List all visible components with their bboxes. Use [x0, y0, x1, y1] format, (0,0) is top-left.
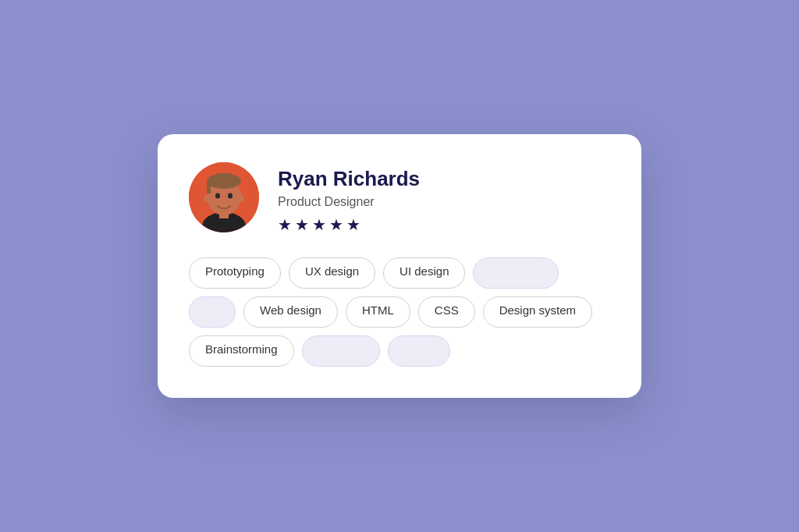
tag-web-design[interactable]: Web design — [243, 296, 338, 328]
svg-rect-5 — [207, 181, 211, 193]
profile-card: Ryan Richards Product Designer ★ ★ ★ ★ ★… — [158, 134, 641, 397]
profile-info: Ryan Richards Product Designer ★ ★ ★ ★ ★ — [278, 162, 420, 233]
svg-point-9 — [238, 194, 244, 202]
avatar — [189, 162, 259, 232]
star-4: ★ — [329, 215, 343, 234]
star-5: ★ — [346, 215, 360, 234]
star-rating: ★ ★ ★ ★ ★ — [278, 215, 420, 234]
tag-placeholder-2 — [189, 296, 236, 328]
star-3: ★ — [312, 215, 326, 234]
tag-ux-design[interactable]: UX design — [289, 257, 375, 289]
star-1: ★ — [278, 215, 292, 234]
profile-name: Ryan Richards — [278, 167, 420, 191]
tag-placeholder-4 — [388, 335, 450, 367]
tag-ui-design[interactable]: UI design — [383, 257, 465, 289]
tag-placeholder-1 — [473, 257, 559, 289]
tag-html[interactable]: HTML — [346, 296, 410, 328]
profile-section: Ryan Richards Product Designer ★ ★ ★ ★ ★ — [189, 162, 610, 233]
tag-design-system[interactable]: Design system — [483, 296, 592, 328]
tag-placeholder-3 — [302, 335, 380, 367]
tag-css[interactable]: CSS — [418, 296, 475, 328]
star-2: ★ — [295, 215, 309, 234]
svg-point-4 — [207, 173, 241, 189]
tag-prototyping[interactable]: Prototyping — [189, 257, 281, 289]
svg-point-8 — [204, 194, 210, 202]
tags-section: Prototyping UX design UI design Web desi… — [189, 257, 610, 367]
svg-point-6 — [215, 193, 220, 199]
profile-title: Product Designer — [278, 195, 420, 209]
svg-point-7 — [228, 193, 233, 199]
tag-brainstorming[interactable]: Brainstorming — [189, 335, 294, 367]
